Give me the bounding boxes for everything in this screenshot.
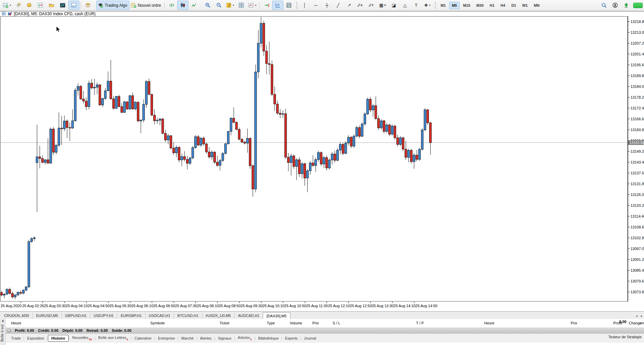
toolbox-tab-histoire[interactable]: Histoire xyxy=(48,335,69,342)
docs-button[interactable] xyxy=(82,1,94,10)
timeframe-button-m15[interactable]: M15 xyxy=(460,2,473,9)
toolbox-tab-calendrier[interactable]: Calendrier xyxy=(132,335,154,342)
symbol-tab-us-djpy-h1[interactable]: US­DJPY,H1 xyxy=(90,313,117,319)
timeframe-button-m5[interactable]: M5 xyxy=(449,2,460,9)
toolbox-tab-biblioth-que[interactable]: Bibliothèque xyxy=(255,335,281,342)
toolbox-tab-nouvelles[interactable]: Nouvelles99 xyxy=(70,334,95,342)
timeframe-button-d1[interactable]: D1 xyxy=(509,2,519,9)
timeframe-button-mn[interactable]: MN xyxy=(531,2,542,9)
data-window-button[interactable] xyxy=(12,1,24,10)
price-axis[interactable]: 13218.8013213.0013207.2013201.4013195.60… xyxy=(628,16,644,301)
timeframe-button-w1[interactable]: W1 xyxy=(519,2,531,9)
search-button[interactable] xyxy=(598,1,610,10)
symbol-tab-audcad-h1[interactable]: AUDCAD,H1 xyxy=(235,313,263,319)
equidistant-channel-tool[interactable]: ∕∕E xyxy=(355,1,366,10)
symbol-tab-usdcad-h1[interactable]: USDCAD,H1 xyxy=(146,313,174,319)
toolbox-tab-exposition[interactable]: Exposition xyxy=(24,335,47,342)
toolbox-tab-articles[interactable]: Articles2 xyxy=(235,334,255,342)
toolbox-tab-entreprise[interactable]: Entreprise xyxy=(155,335,178,342)
symbol-tab--dax30-m5[interactable]: [DAX30],M5 xyxy=(263,312,290,319)
trend-arrow-tool-icon: ↗ xyxy=(347,3,351,7)
chart-shot-button[interactable] xyxy=(57,1,68,10)
tab-scroll-left-icon[interactable]: ◂ xyxy=(634,313,639,319)
shapes-tool[interactable]: ◪ xyxy=(388,1,400,10)
new-chart-button[interactable]: ▾ xyxy=(1,1,12,10)
symbol-tab--usdx-u0-m5[interactable]: #USDX_U0,M5 xyxy=(202,313,235,319)
timeframe-button-m30[interactable]: M30 xyxy=(474,2,486,9)
toolbox-button[interactable] xyxy=(68,1,79,10)
toolbox-tab-signaux[interactable]: Signaux xyxy=(215,335,234,342)
column-header-ticket[interactable]: Ticket xyxy=(220,321,229,325)
toolbox-tab-bo-te-aux-lettres[interactable]: Boîte aux Lettres6 xyxy=(96,334,131,342)
timeframe-button-m1[interactable]: M1 xyxy=(438,2,448,9)
trend-arrow-tool[interactable]: ↗ xyxy=(344,1,355,10)
column-header-s-l[interactable]: S / L xyxy=(333,321,340,325)
trendline-tool-icon: ╱ xyxy=(337,3,339,7)
text-tool[interactable]: T xyxy=(411,1,422,10)
timeframe-button-h4[interactable]: H4 xyxy=(498,2,508,9)
zoom-out-button[interactable] xyxy=(213,1,225,10)
toolbox-vertical-tab[interactable]: Boîte à out xyxy=(0,324,5,345)
price-axis-label: 13126.00 xyxy=(630,193,644,197)
connection-status-chip[interactable] xyxy=(633,3,643,8)
column-header-symbole[interactable]: Symbole xyxy=(150,321,165,325)
indicators-button[interactable]: f▾ xyxy=(225,1,236,10)
candlestick-chart[interactable]: 13218.8013213.0013207.2013201.4013195.60… xyxy=(0,11,644,312)
strategy-tester-label[interactable]: Testeur de Stratégie xyxy=(609,335,642,339)
indicators-icon: f xyxy=(226,2,232,8)
column-header-changem--2[interactable]: Changem... xyxy=(629,321,644,325)
new-order-button[interactable]: Nouvel ordre xyxy=(129,1,163,10)
column-header-type[interactable]: Type xyxy=(267,321,275,325)
close-icon[interactable]: x xyxy=(0,319,6,323)
column-header-heure-2[interactable]: Heure xyxy=(484,321,494,325)
column-header-prix[interactable]: Prix xyxy=(312,321,319,325)
autoscroll-icon xyxy=(275,2,281,8)
column-header-heure[interactable]: Heure xyxy=(11,321,21,325)
crosshair-tool[interactable]: ┼ xyxy=(321,1,333,10)
column-header-t-p[interactable]: T / P xyxy=(416,321,424,325)
fibonacci-tool[interactable]: ∕∕F xyxy=(366,1,377,10)
toolbox-tab-trade[interactable]: Trade xyxy=(8,335,23,342)
column-header-prix-2[interactable]: Prix xyxy=(571,321,577,325)
price-axis-label: 13178.20 xyxy=(630,95,644,99)
toolbox-tab-experts[interactable]: Experts xyxy=(282,335,300,342)
candles-chart-button[interactable] xyxy=(177,1,188,10)
community-button[interactable] xyxy=(610,1,621,10)
column-header-volume[interactable]: Volume xyxy=(290,321,302,325)
market-watch-button[interactable] xyxy=(24,1,35,10)
price-axis-label: 13213.00 xyxy=(630,30,644,34)
objects-list-button[interactable]: ▾ xyxy=(247,1,258,10)
trading-algo-button[interactable]: Trading Algo xyxy=(96,1,129,10)
symbol-tab-btcusd-h1[interactable]: BTCUSD,H1 xyxy=(174,313,202,319)
shift-chart-button[interactable] xyxy=(261,1,272,10)
horizontal-line-tool[interactable]: ─ xyxy=(310,1,321,10)
tile-windows-icon xyxy=(238,2,244,8)
toolbox-tab-alertes[interactable]: Alertes xyxy=(197,335,214,342)
summary-crdit: Crédit: 0.00 xyxy=(38,328,58,332)
save-template-button[interactable] xyxy=(283,1,294,10)
lvl-button[interactable]: LVL xyxy=(621,1,632,10)
symbol-tab-crudoil-m30[interactable]: CRUDOIL,M30 xyxy=(1,313,33,319)
arrows-tool[interactable]: ❖▾ xyxy=(422,1,433,10)
vertical-line-tool[interactable]: │ xyxy=(299,1,310,10)
toolbox-tab-journal[interactable]: Journal xyxy=(301,335,319,342)
bars-chart-button[interactable] xyxy=(166,1,177,10)
price-axis-label: 13207.20 xyxy=(630,41,644,45)
tile-windows-button[interactable] xyxy=(236,1,247,10)
autoscroll-button[interactable] xyxy=(272,1,283,10)
trendline-tool[interactable]: ╱ xyxy=(333,1,344,10)
profiles-button[interactable] xyxy=(46,1,57,10)
triangle-tool[interactable]: △ xyxy=(400,1,411,10)
fibonacci-grid-tool[interactable]: ▦F xyxy=(377,1,388,10)
navigator-button[interactable] xyxy=(35,1,46,10)
tab-scroll-right-icon[interactable]: ▸ xyxy=(639,313,644,319)
symbol-tab-eurusd-m5[interactable]: EURUSD,M5 xyxy=(33,313,62,319)
time-axis[interactable]: 25 Aug 202025 Aug 02:3525 Aug 03:3025 Au… xyxy=(1,301,437,308)
zoom-in-button[interactable] xyxy=(202,1,213,10)
symbol-tab-eurgbp-h1[interactable]: EURGBP,H1 xyxy=(117,313,145,319)
symbol-tab-gbpusd-h1[interactable]: GBPUSD,H1 xyxy=(62,313,91,319)
timeframe-button-h1[interactable]: H1 xyxy=(487,2,497,9)
toolbox-tab-march-[interactable]: Marché xyxy=(179,335,197,342)
line-chart-button[interactable] xyxy=(188,1,200,10)
shift-chart-icon xyxy=(264,2,269,8)
